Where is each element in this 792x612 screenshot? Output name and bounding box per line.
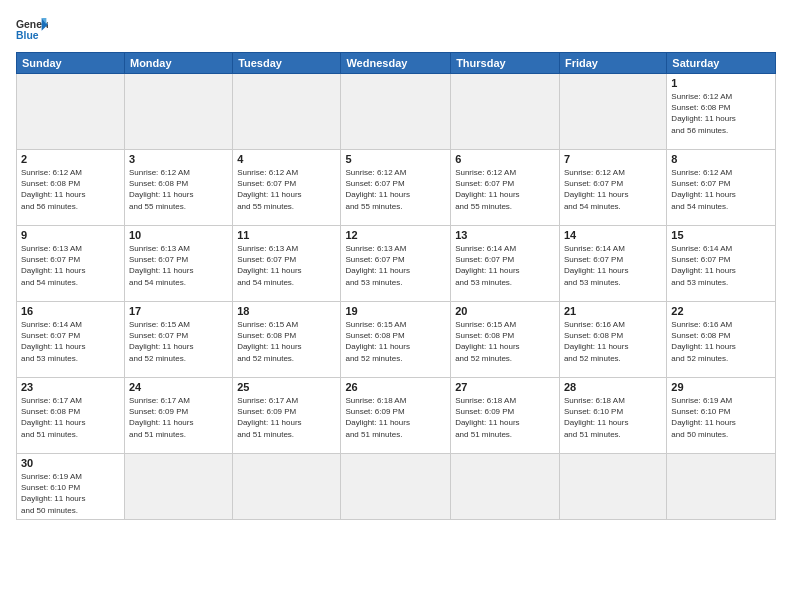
- calendar-cell: 5Sunrise: 6:12 AM Sunset: 6:07 PM Daylig…: [341, 150, 451, 226]
- day-number: 10: [129, 229, 228, 241]
- day-info: Sunrise: 6:18 AM Sunset: 6:10 PM Dayligh…: [564, 395, 662, 440]
- day-number: 14: [564, 229, 662, 241]
- day-info: Sunrise: 6:12 AM Sunset: 6:07 PM Dayligh…: [455, 167, 555, 212]
- day-info: Sunrise: 6:12 AM Sunset: 6:07 PM Dayligh…: [671, 167, 771, 212]
- calendar-header-friday: Friday: [559, 53, 666, 74]
- day-number: 2: [21, 153, 120, 165]
- calendar-header-saturday: Saturday: [667, 53, 776, 74]
- day-info: Sunrise: 6:15 AM Sunset: 6:08 PM Dayligh…: [455, 319, 555, 364]
- calendar-cell: 6Sunrise: 6:12 AM Sunset: 6:07 PM Daylig…: [451, 150, 560, 226]
- day-info: Sunrise: 6:13 AM Sunset: 6:07 PM Dayligh…: [237, 243, 336, 288]
- svg-text:Blue: Blue: [16, 30, 39, 41]
- day-number: 1: [671, 77, 771, 89]
- day-number: 9: [21, 229, 120, 241]
- calendar-cell: 28Sunrise: 6:18 AM Sunset: 6:10 PM Dayli…: [559, 378, 666, 454]
- calendar-cell: [451, 74, 560, 150]
- day-info: Sunrise: 6:12 AM Sunset: 6:08 PM Dayligh…: [671, 91, 771, 136]
- day-number: 12: [345, 229, 446, 241]
- calendar-cell: [341, 454, 451, 520]
- calendar-cell: [559, 74, 666, 150]
- day-number: 8: [671, 153, 771, 165]
- day-info: Sunrise: 6:12 AM Sunset: 6:08 PM Dayligh…: [21, 167, 120, 212]
- calendar-cell: 25Sunrise: 6:17 AM Sunset: 6:09 PM Dayli…: [233, 378, 341, 454]
- calendar-table: SundayMondayTuesdayWednesdayThursdayFrid…: [16, 52, 776, 520]
- day-number: 5: [345, 153, 446, 165]
- calendar-header-monday: Monday: [124, 53, 232, 74]
- calendar-cell: [124, 74, 232, 150]
- calendar-cell: 22Sunrise: 6:16 AM Sunset: 6:08 PM Dayli…: [667, 302, 776, 378]
- calendar-cell: [341, 74, 451, 150]
- calendar-cell: 11Sunrise: 6:13 AM Sunset: 6:07 PM Dayli…: [233, 226, 341, 302]
- day-number: 21: [564, 305, 662, 317]
- calendar-cell: 3Sunrise: 6:12 AM Sunset: 6:08 PM Daylig…: [124, 150, 232, 226]
- day-number: 15: [671, 229, 771, 241]
- day-info: Sunrise: 6:15 AM Sunset: 6:08 PM Dayligh…: [345, 319, 446, 364]
- day-number: 16: [21, 305, 120, 317]
- calendar-cell: 15Sunrise: 6:14 AM Sunset: 6:07 PM Dayli…: [667, 226, 776, 302]
- day-info: Sunrise: 6:15 AM Sunset: 6:08 PM Dayligh…: [237, 319, 336, 364]
- calendar-header-thursday: Thursday: [451, 53, 560, 74]
- calendar-header-wednesday: Wednesday: [341, 53, 451, 74]
- calendar-cell: 16Sunrise: 6:14 AM Sunset: 6:07 PM Dayli…: [17, 302, 125, 378]
- day-number: 3: [129, 153, 228, 165]
- calendar-cell: 8Sunrise: 6:12 AM Sunset: 6:07 PM Daylig…: [667, 150, 776, 226]
- day-info: Sunrise: 6:14 AM Sunset: 6:07 PM Dayligh…: [671, 243, 771, 288]
- day-number: 19: [345, 305, 446, 317]
- calendar-header-sunday: Sunday: [17, 53, 125, 74]
- calendar-cell: 30Sunrise: 6:19 AM Sunset: 6:10 PM Dayli…: [17, 454, 125, 520]
- calendar-cell: 19Sunrise: 6:15 AM Sunset: 6:08 PM Dayli…: [341, 302, 451, 378]
- day-info: Sunrise: 6:14 AM Sunset: 6:07 PM Dayligh…: [21, 319, 120, 364]
- calendar-week-row: 2Sunrise: 6:12 AM Sunset: 6:08 PM Daylig…: [17, 150, 776, 226]
- day-info: Sunrise: 6:14 AM Sunset: 6:07 PM Dayligh…: [455, 243, 555, 288]
- day-info: Sunrise: 6:18 AM Sunset: 6:09 PM Dayligh…: [345, 395, 446, 440]
- calendar-cell: 2Sunrise: 6:12 AM Sunset: 6:08 PM Daylig…: [17, 150, 125, 226]
- calendar-cell: [451, 454, 560, 520]
- day-number: 30: [21, 457, 120, 469]
- day-info: Sunrise: 6:16 AM Sunset: 6:08 PM Dayligh…: [671, 319, 771, 364]
- calendar-cell: 7Sunrise: 6:12 AM Sunset: 6:07 PM Daylig…: [559, 150, 666, 226]
- calendar-cell: 23Sunrise: 6:17 AM Sunset: 6:08 PM Dayli…: [17, 378, 125, 454]
- day-number: 22: [671, 305, 771, 317]
- calendar-header-row: SundayMondayTuesdayWednesdayThursdayFrid…: [17, 53, 776, 74]
- calendar-cell: 29Sunrise: 6:19 AM Sunset: 6:10 PM Dayli…: [667, 378, 776, 454]
- calendar-cell: 13Sunrise: 6:14 AM Sunset: 6:07 PM Dayli…: [451, 226, 560, 302]
- day-number: 13: [455, 229, 555, 241]
- calendar-cell: 14Sunrise: 6:14 AM Sunset: 6:07 PM Dayli…: [559, 226, 666, 302]
- calendar-cell: 20Sunrise: 6:15 AM Sunset: 6:08 PM Dayli…: [451, 302, 560, 378]
- day-info: Sunrise: 6:16 AM Sunset: 6:08 PM Dayligh…: [564, 319, 662, 364]
- day-number: 28: [564, 381, 662, 393]
- calendar-cell: 4Sunrise: 6:12 AM Sunset: 6:07 PM Daylig…: [233, 150, 341, 226]
- day-info: Sunrise: 6:19 AM Sunset: 6:10 PM Dayligh…: [671, 395, 771, 440]
- day-info: Sunrise: 6:19 AM Sunset: 6:10 PM Dayligh…: [21, 471, 120, 516]
- day-info: Sunrise: 6:17 AM Sunset: 6:08 PM Dayligh…: [21, 395, 120, 440]
- day-info: Sunrise: 6:13 AM Sunset: 6:07 PM Dayligh…: [345, 243, 446, 288]
- calendar-cell: 12Sunrise: 6:13 AM Sunset: 6:07 PM Dayli…: [341, 226, 451, 302]
- calendar-cell: 10Sunrise: 6:13 AM Sunset: 6:07 PM Dayli…: [124, 226, 232, 302]
- day-number: 18: [237, 305, 336, 317]
- calendar-cell: [559, 454, 666, 520]
- calendar-cell: 26Sunrise: 6:18 AM Sunset: 6:09 PM Dayli…: [341, 378, 451, 454]
- day-info: Sunrise: 6:15 AM Sunset: 6:07 PM Dayligh…: [129, 319, 228, 364]
- logo: General Blue: [16, 16, 48, 44]
- calendar-week-row: 9Sunrise: 6:13 AM Sunset: 6:07 PM Daylig…: [17, 226, 776, 302]
- day-number: 20: [455, 305, 555, 317]
- header: General Blue: [16, 12, 776, 44]
- day-number: 11: [237, 229, 336, 241]
- calendar-cell: [233, 454, 341, 520]
- calendar-week-row: 23Sunrise: 6:17 AM Sunset: 6:08 PM Dayli…: [17, 378, 776, 454]
- calendar-cell: 24Sunrise: 6:17 AM Sunset: 6:09 PM Dayli…: [124, 378, 232, 454]
- calendar-cell: 9Sunrise: 6:13 AM Sunset: 6:07 PM Daylig…: [17, 226, 125, 302]
- day-info: Sunrise: 6:17 AM Sunset: 6:09 PM Dayligh…: [129, 395, 228, 440]
- day-number: 29: [671, 381, 771, 393]
- calendar-cell: [124, 454, 232, 520]
- day-info: Sunrise: 6:13 AM Sunset: 6:07 PM Dayligh…: [21, 243, 120, 288]
- calendar-cell: [233, 74, 341, 150]
- day-info: Sunrise: 6:12 AM Sunset: 6:07 PM Dayligh…: [564, 167, 662, 212]
- calendar-week-row: 1Sunrise: 6:12 AM Sunset: 6:08 PM Daylig…: [17, 74, 776, 150]
- calendar-cell: [17, 74, 125, 150]
- calendar-cell: 1Sunrise: 6:12 AM Sunset: 6:08 PM Daylig…: [667, 74, 776, 150]
- day-number: 6: [455, 153, 555, 165]
- day-info: Sunrise: 6:17 AM Sunset: 6:09 PM Dayligh…: [237, 395, 336, 440]
- day-info: Sunrise: 6:18 AM Sunset: 6:09 PM Dayligh…: [455, 395, 555, 440]
- calendar-header-tuesday: Tuesday: [233, 53, 341, 74]
